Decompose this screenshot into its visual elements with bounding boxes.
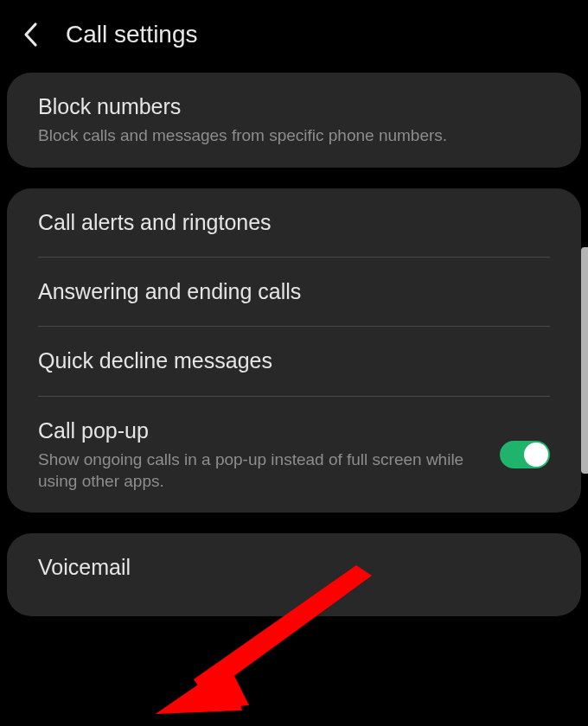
- item-subtitle: Show ongoing calls in a pop-up instead o…: [38, 449, 486, 492]
- item-title: Answering and ending calls: [38, 278, 550, 305]
- item-block-numbers[interactable]: Block numbers Block calls and messages f…: [7, 73, 581, 168]
- item-title: Call pop-up: [38, 417, 486, 444]
- back-icon[interactable]: [17, 21, 45, 48]
- page-title: Call settings: [66, 21, 198, 48]
- settings-group-2: Call alerts and ringtones Answering and …: [7, 188, 581, 513]
- settings-group-1: Block numbers Block calls and messages f…: [7, 73, 581, 168]
- item-answering-ending[interactable]: Answering and ending calls: [7, 258, 581, 326]
- item-title: Voicemail: [38, 554, 550, 581]
- item-voicemail[interactable]: Voicemail: [7, 533, 581, 615]
- svg-marker-1: [156, 650, 242, 714]
- svg-marker-2: [156, 664, 249, 714]
- item-call-alerts[interactable]: Call alerts and ringtones: [7, 188, 581, 257]
- item-subtitle: Block calls and messages from specific p…: [38, 125, 550, 147]
- settings-group-3: Voicemail: [7, 533, 581, 615]
- scrollbar-thumb[interactable]: [581, 247, 588, 474]
- item-title: Call alerts and ringtones: [38, 209, 550, 236]
- item-title: Block numbers: [38, 93, 550, 120]
- item-quick-decline[interactable]: Quick decline messages: [7, 327, 581, 395]
- toggle-knob: [524, 443, 548, 467]
- item-call-popup[interactable]: Call pop-up Show ongoing calls in a pop-…: [7, 397, 581, 513]
- header: Call settings: [0, 0, 588, 73]
- item-title: Quick decline messages: [38, 347, 550, 374]
- call-popup-toggle[interactable]: [500, 441, 550, 468]
